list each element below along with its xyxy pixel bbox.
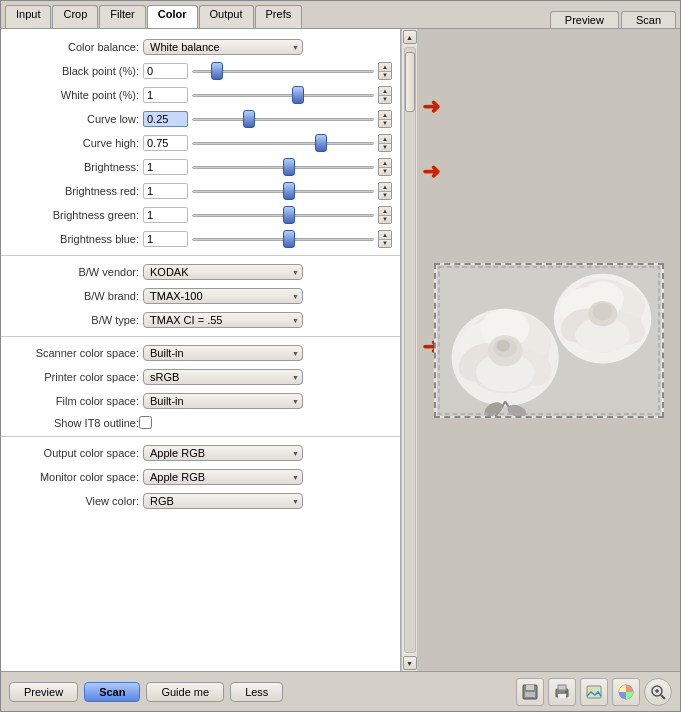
brightness-label: Brightness: bbox=[9, 161, 139, 173]
film-color-select[interactable]: Built-in bbox=[143, 393, 303, 409]
printer-color-select-wrap[interactable]: sRGB bbox=[143, 369, 303, 385]
printer-color-select[interactable]: sRGB bbox=[143, 369, 303, 385]
curve-low-slider[interactable] bbox=[192, 112, 374, 126]
color-balance-select[interactable]: White balance bbox=[143, 39, 303, 55]
white-point-up[interactable]: ▲ bbox=[379, 87, 391, 96]
curve-low-down[interactable]: ▼ bbox=[379, 120, 391, 128]
guide-me-button[interactable]: Guide me bbox=[146, 682, 224, 702]
brightness-input[interactable] bbox=[143, 159, 188, 175]
curve-low-up[interactable]: ▲ bbox=[379, 111, 391, 120]
output-color-select[interactable]: Apple RGB bbox=[143, 445, 303, 461]
brightness-green-up[interactable]: ▲ bbox=[379, 207, 391, 216]
preview-button[interactable]: Preview bbox=[9, 682, 78, 702]
tab-scan[interactable]: Scan bbox=[621, 11, 676, 28]
black-point-thumb[interactable] bbox=[211, 62, 223, 80]
bw-vendor-select-wrap[interactable]: KODAK bbox=[143, 264, 303, 280]
black-point-slider[interactable] bbox=[192, 64, 374, 78]
tab-output[interactable]: Output bbox=[199, 5, 254, 28]
tab-input[interactable]: Input bbox=[5, 5, 51, 28]
brightness-red-slider[interactable] bbox=[192, 184, 374, 198]
white-point-input[interactable] bbox=[143, 87, 188, 103]
curve-high-track bbox=[192, 142, 374, 145]
film-color-row: Film color space: Built-in bbox=[1, 389, 400, 413]
white-point-thumb[interactable] bbox=[292, 86, 304, 104]
brightness-blue-control: ▲ ▼ bbox=[143, 230, 392, 248]
output-color-select-wrap[interactable]: Apple RGB bbox=[143, 445, 303, 461]
brightness-blue-up[interactable]: ▲ bbox=[379, 231, 391, 240]
brightness-blue-down[interactable]: ▼ bbox=[379, 240, 391, 248]
brightness-green-stepper[interactable]: ▲ ▼ bbox=[378, 206, 392, 224]
scanner-color-select[interactable]: Built-in bbox=[143, 345, 303, 361]
scroll-track[interactable] bbox=[404, 47, 416, 653]
bw-type-select[interactable]: TMAX CI = .55 bbox=[143, 312, 303, 328]
bw-brand-select[interactable]: TMAX-100 bbox=[143, 288, 303, 304]
curve-low-input[interactable] bbox=[143, 111, 188, 127]
black-point-up[interactable]: ▲ bbox=[379, 63, 391, 72]
brightness-blue-stepper[interactable]: ▲ ▼ bbox=[378, 230, 392, 248]
image-icon-btn[interactable] bbox=[580, 678, 608, 706]
brightness-blue-input[interactable] bbox=[143, 231, 188, 247]
scan-button[interactable]: Scan bbox=[84, 682, 140, 702]
curve-low-stepper[interactable]: ▲ ▼ bbox=[378, 110, 392, 128]
tab-filter[interactable]: Filter bbox=[99, 5, 145, 28]
black-point-down[interactable]: ▼ bbox=[379, 72, 391, 80]
brightness-blue-slider[interactable] bbox=[192, 232, 374, 246]
bw-brand-select-wrap[interactable]: TMAX-100 bbox=[143, 288, 303, 304]
brightness-green-input[interactable] bbox=[143, 207, 188, 223]
curve-low-thumb[interactable] bbox=[243, 110, 255, 128]
monitor-color-select[interactable]: Apple RGB bbox=[143, 469, 303, 485]
brightness-red-thumb[interactable] bbox=[283, 182, 295, 200]
black-point-stepper[interactable]: ▲ ▼ bbox=[378, 62, 392, 80]
svg-line-36 bbox=[661, 695, 665, 699]
curve-high-thumb[interactable] bbox=[315, 134, 327, 152]
less-button[interactable]: Less bbox=[230, 682, 283, 702]
show-it8-checkbox[interactable] bbox=[139, 416, 152, 429]
tab-crop[interactable]: Crop bbox=[52, 5, 98, 28]
white-point-down[interactable]: ▼ bbox=[379, 96, 391, 104]
curve-high-input[interactable] bbox=[143, 135, 188, 151]
curve-high-label: Curve high: bbox=[9, 137, 139, 149]
tab-preview[interactable]: Preview bbox=[550, 11, 619, 28]
curve-high-stepper[interactable]: ▲ ▼ bbox=[378, 134, 392, 152]
svg-point-11 bbox=[496, 340, 510, 352]
output-color-control: Apple RGB bbox=[143, 445, 392, 461]
brightness-thumb[interactable] bbox=[283, 158, 295, 176]
brightness-red-input[interactable] bbox=[143, 183, 188, 199]
scroll-up-btn[interactable]: ▲ bbox=[403, 30, 417, 44]
scroll-thumb[interactable] bbox=[405, 52, 415, 112]
brightness-red-up[interactable]: ▲ bbox=[379, 183, 391, 192]
color-icon-btn[interactable] bbox=[612, 678, 640, 706]
tab-prefs[interactable]: Prefs bbox=[255, 5, 303, 28]
bw-vendor-select[interactable]: KODAK bbox=[143, 264, 303, 280]
scroll-down-btn[interactable]: ▼ bbox=[403, 656, 417, 670]
brightness-down[interactable]: ▼ bbox=[379, 168, 391, 176]
brightness-stepper[interactable]: ▲ ▼ bbox=[378, 158, 392, 176]
bw-type-select-wrap[interactable]: TMAX CI = .55 bbox=[143, 312, 303, 328]
preview-image bbox=[434, 263, 664, 418]
brightness-up[interactable]: ▲ bbox=[379, 159, 391, 168]
brightness-red-down[interactable]: ▼ bbox=[379, 192, 391, 200]
brightness-red-stepper[interactable]: ▲ ▼ bbox=[378, 182, 392, 200]
tab-color[interactable]: Color bbox=[147, 5, 198, 28]
monitor-color-select-wrap[interactable]: Apple RGB bbox=[143, 469, 303, 485]
zoom-icon-btn[interactable] bbox=[644, 678, 672, 706]
black-point-input[interactable] bbox=[143, 63, 188, 79]
save-icon-btn[interactable] bbox=[516, 678, 544, 706]
curve-high-row: Curve high: ▲ ▼ bbox=[1, 131, 400, 155]
film-color-select-wrap[interactable]: Built-in bbox=[143, 393, 303, 409]
curve-high-down[interactable]: ▼ bbox=[379, 144, 391, 152]
brightness-green-down[interactable]: ▼ bbox=[379, 216, 391, 224]
view-color-select-wrap[interactable]: RGB bbox=[143, 493, 303, 509]
brightness-blue-thumb[interactable] bbox=[283, 230, 295, 248]
scanner-color-select-wrap[interactable]: Built-in bbox=[143, 345, 303, 361]
curve-high-up[interactable]: ▲ bbox=[379, 135, 391, 144]
print-icon-btn[interactable] bbox=[548, 678, 576, 706]
brightness-slider[interactable] bbox=[192, 160, 374, 174]
color-balance-select-wrap[interactable]: White balance bbox=[143, 39, 303, 55]
curve-high-slider[interactable] bbox=[192, 136, 374, 150]
view-color-select[interactable]: RGB bbox=[143, 493, 303, 509]
brightness-green-thumb[interactable] bbox=[283, 206, 295, 224]
white-point-slider[interactable] bbox=[192, 88, 374, 102]
white-point-stepper[interactable]: ▲ ▼ bbox=[378, 86, 392, 104]
brightness-green-slider[interactable] bbox=[192, 208, 374, 222]
